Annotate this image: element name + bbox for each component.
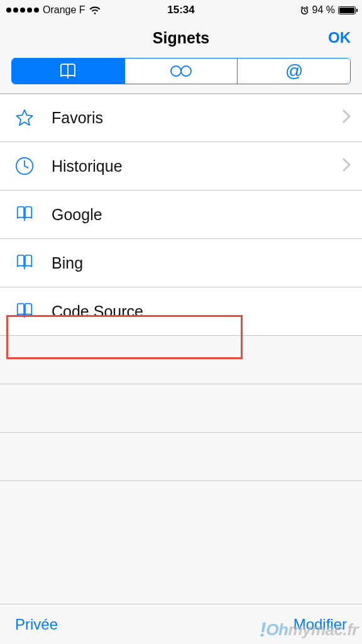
list-item-code-source[interactable]: Code Source bbox=[0, 287, 362, 336]
book-open-icon bbox=[58, 63, 77, 79]
bookmarks-list: Favoris Historique Google Bing Code Sour… bbox=[0, 94, 362, 530]
chevron-right-icon bbox=[343, 157, 351, 176]
bookmark-icon bbox=[14, 301, 35, 322]
segment-reading-list[interactable] bbox=[125, 58, 238, 84]
done-button[interactable]: OK bbox=[328, 29, 351, 47]
nav-header: Signets OK bbox=[0, 20, 362, 55]
list-item-google[interactable]: Google bbox=[0, 191, 362, 239]
battery-percent: 94 % bbox=[312, 4, 335, 16]
list-item-bing[interactable]: Bing bbox=[0, 239, 362, 287]
private-button[interactable]: Privée bbox=[15, 616, 58, 633]
alarm-icon bbox=[300, 6, 309, 15]
battery-icon bbox=[338, 6, 356, 14]
svg-point-2 bbox=[181, 66, 191, 76]
signal-dots-icon bbox=[6, 8, 39, 13]
empty-row bbox=[0, 336, 362, 384]
chevron-right-icon bbox=[343, 108, 351, 128]
empty-row bbox=[0, 481, 362, 530]
star-icon bbox=[14, 108, 35, 129]
page-title: Signets bbox=[153, 29, 209, 47]
glasses-icon bbox=[167, 64, 195, 78]
list-item-label: Historique bbox=[52, 157, 123, 175]
bookmark-icon bbox=[14, 252, 35, 274]
wifi-icon bbox=[89, 6, 101, 14]
clock-icon bbox=[14, 155, 35, 177]
segment-bookmarks[interactable] bbox=[12, 58, 125, 84]
status-time: 15:34 bbox=[167, 4, 194, 16]
segmented-control-wrap: @ bbox=[0, 55, 362, 94]
empty-row bbox=[0, 384, 362, 433]
segmented-control: @ bbox=[11, 58, 351, 84]
carrier-label: Orange F bbox=[43, 4, 85, 16]
status-right: 94 % bbox=[300, 4, 356, 16]
bottom-toolbar: Privée Modifier bbox=[0, 604, 362, 644]
status-bar: Orange F 15:34 94 % bbox=[0, 0, 362, 20]
status-left: Orange F bbox=[6, 4, 101, 16]
list-item-label: Bing bbox=[52, 254, 83, 272]
list-item-label: Google bbox=[52, 206, 102, 224]
list-item-history[interactable]: Historique bbox=[0, 142, 362, 191]
segment-shared-links[interactable]: @ bbox=[238, 58, 350, 84]
at-sign-icon: @ bbox=[285, 61, 302, 81]
list-item-label: Favoris bbox=[52, 109, 103, 127]
empty-row bbox=[0, 433, 362, 481]
list-item-label: Code Source bbox=[52, 303, 143, 321]
bookmark-icon bbox=[14, 204, 35, 225]
edit-button[interactable]: Modifier bbox=[293, 616, 347, 633]
list-item-favorites[interactable]: Favoris bbox=[0, 94, 362, 142]
svg-point-1 bbox=[171, 66, 181, 76]
